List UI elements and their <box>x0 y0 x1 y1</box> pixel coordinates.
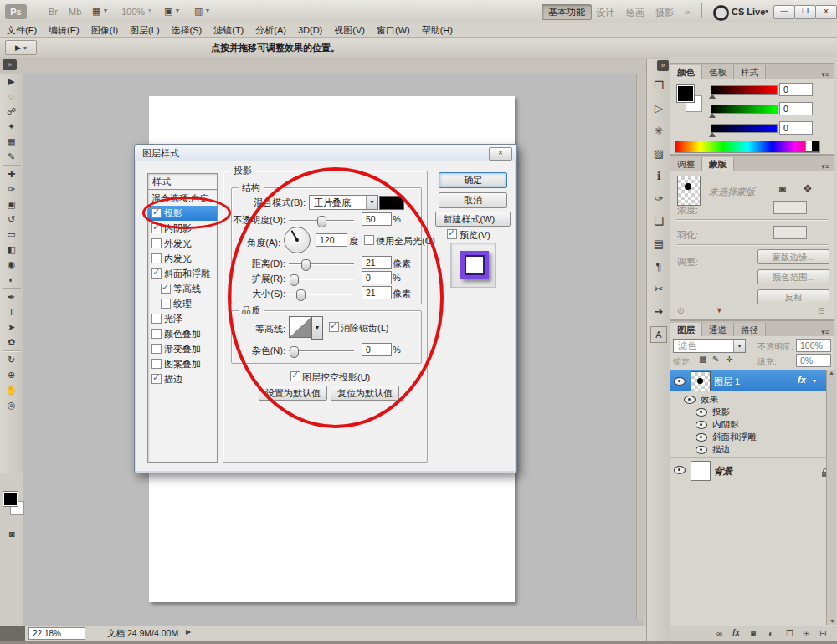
lock-position-icon[interactable]: ✛ <box>726 355 732 364</box>
eyedropper-tool[interactable]: ✎ <box>0 149 23 164</box>
bridge-button[interactable]: Br <box>49 7 58 17</box>
view-extras-arrow-icon[interactable]: ▾ <box>104 7 107 14</box>
layer-row-layer1[interactable]: 图层 1 fx ▾ <box>670 370 826 391</box>
move-tool[interactable]: ▶ <box>0 74 23 89</box>
effect-row-stroke[interactable]: 描边 <box>670 443 826 456</box>
style-item-outer-glow[interactable]: 外发光 <box>148 236 217 251</box>
checkbox-icon[interactable] <box>151 374 162 384</box>
tab-layers[interactable]: 图层 <box>670 323 702 336</box>
tab-adjustments[interactable]: 调整 <box>670 157 702 171</box>
layers-scrollbar[interactable]: ▲▼ <box>826 370 836 625</box>
angle-dial[interactable] <box>284 227 311 253</box>
panel-menu-icon[interactable]: ▾≡ <box>817 162 834 171</box>
status-flyout-icon[interactable]: ▶ <box>186 628 191 636</box>
scrollbar-down-icon[interactable]: ▼ <box>829 618 835 624</box>
quick-mask-button[interactable]: ◙ <box>3 527 20 540</box>
style-item-stroke[interactable]: 描边 <box>148 371 217 386</box>
collapse-dock-icon[interactable]: » <box>657 60 669 71</box>
clone-source-panel-button[interactable]: ❏ <box>647 210 670 233</box>
style-item-inner-shadow[interactable]: 内阴影 <box>148 221 217 236</box>
effect-row-inner-shadow[interactable]: 内阴影 <box>670 418 826 431</box>
red-slider-thumb[interactable] <box>709 94 716 99</box>
feather-input[interactable] <box>773 226 807 239</box>
checkbox-icon[interactable] <box>151 329 162 339</box>
menu-window[interactable]: 窗口(W) <box>377 24 410 37</box>
adjustments-panel-button[interactable]: ✳ <box>647 120 670 142</box>
gradient-tool[interactable]: ◧ <box>0 242 23 257</box>
workspace-painting-button[interactable]: 绘画 <box>626 7 644 19</box>
collapse-tools-icon[interactable]: » <box>3 59 17 70</box>
mini-bridge-panel-button[interactable]: ❐ <box>647 74 670 97</box>
layer-comps-panel-button[interactable]: ▤ <box>647 233 670 255</box>
spot-healing-tool[interactable]: ✚ <box>0 166 23 181</box>
custom-shape-tool[interactable]: ✿ <box>0 335 23 350</box>
rotate-3d-tool[interactable]: ↻ <box>0 352 23 367</box>
density-slider[interactable] <box>677 219 828 221</box>
checkbox-icon[interactable] <box>151 223 162 233</box>
spread-slider[interactable] <box>289 279 354 280</box>
distance-input[interactable]: 21 <box>362 256 392 269</box>
load-selection-icon[interactable]: ⊙ <box>677 306 684 315</box>
checkbox-icon[interactable] <box>151 208 162 218</box>
quick-selection-tool[interactable]: ✦ <box>0 119 23 134</box>
visibility-eye-icon[interactable] <box>684 396 696 404</box>
workspace-overflow-icon[interactable]: » <box>685 7 690 17</box>
shadow-color-swatch[interactable] <box>379 196 404 210</box>
spread-input[interactable]: 0 <box>362 271 392 284</box>
menu-select[interactable]: 选择(S) <box>172 24 203 37</box>
canvas-scrollbar[interactable] <box>636 74 645 619</box>
style-item-color-overlay[interactable]: 颜色叠加 <box>148 326 217 341</box>
layer-fill-input[interactable]: 0% <box>796 354 831 367</box>
contour-picker[interactable] <box>289 316 312 338</box>
red-slider[interactable] <box>711 85 778 95</box>
ok-button[interactable]: 确定 <box>439 172 507 188</box>
actions-panel-button[interactable]: ▷ <box>647 97 670 120</box>
tool-presets-panel-button[interactable]: ✂ <box>647 278 670 300</box>
menu-help[interactable]: 帮助(H) <box>422 24 453 37</box>
cancel-button[interactable]: 取消 <box>439 192 507 208</box>
effects-header-row[interactable]: 效果 <box>670 393 826 406</box>
contour-arrow-icon[interactable]: ▾ <box>311 316 323 340</box>
visibility-eye-icon[interactable] <box>674 466 686 474</box>
density-input[interactable] <box>773 201 807 214</box>
style-item-drop-shadow[interactable]: 投影 <box>148 206 217 221</box>
layer-group-icon[interactable]: ❐ <box>786 629 793 638</box>
eraser-tool[interactable]: ▭ <box>0 227 23 242</box>
brush-tool[interactable]: ✑ <box>0 181 23 197</box>
invert-button[interactable]: 反相 <box>757 289 829 304</box>
noise-slider[interactable] <box>289 350 354 352</box>
style-item-gradient-overlay[interactable]: 渐变叠加 <box>148 341 217 356</box>
distance-slider[interactable] <box>289 263 354 265</box>
menu-edit[interactable]: 编辑(E) <box>49 24 80 37</box>
green-value-input[interactable]: 0 <box>779 102 813 115</box>
slider-thumb[interactable] <box>290 346 299 358</box>
style-item-pattern-overlay[interactable]: 图案叠加 <box>148 356 217 371</box>
layer-thumbnail[interactable] <box>691 371 711 391</box>
checkbox-icon[interactable] <box>151 238 162 248</box>
background-layer-thumbnail[interactable] <box>691 461 711 481</box>
zoom-level-control[interactable]: 100% <box>121 7 145 17</box>
color-spectrum-ramp[interactable] <box>675 141 820 153</box>
style-item-bevel-emboss[interactable]: 斜面和浮雕 <box>148 266 217 281</box>
lock-transparency-icon[interactable]: ▩ <box>699 355 706 364</box>
path-selection-tool[interactable]: ➤ <box>0 319 23 335</box>
blue-slider-thumb[interactable] <box>709 132 716 137</box>
feather-slider[interactable] <box>677 244 828 246</box>
background-layer-name[interactable]: 背景 <box>714 465 732 478</box>
spectrum-black-swatch[interactable] <box>812 141 819 151</box>
screen-mode-icon[interactable]: ▣ <box>164 6 172 17</box>
checkbox-icon[interactable] <box>151 268 162 279</box>
workspace-photography-button[interactable]: 摄影 <box>655 7 674 19</box>
visibility-eye-icon[interactable] <box>696 408 707 417</box>
panel-menu-icon[interactable]: ▾≡ <box>817 328 834 336</box>
style-item-satin[interactable]: 光泽 <box>148 311 217 326</box>
cs-live-arrow-icon[interactable]: ▾ <box>765 8 768 15</box>
navigator-panel-button[interactable]: ▨ <box>647 142 670 165</box>
tool-preset-picker[interactable]: ▶ ▾ <box>5 40 37 55</box>
red-value-input[interactable]: 0 <box>779 83 813 96</box>
dialog-close-icon[interactable]: × <box>489 147 512 161</box>
link-layers-icon[interactable]: ∞ <box>716 629 722 638</box>
slider-thumb[interactable] <box>296 289 306 301</box>
effect-row-bevel-emboss[interactable]: 斜面和浮雕 <box>670 431 826 443</box>
lock-pixels-icon[interactable]: ✎ <box>712 355 719 364</box>
